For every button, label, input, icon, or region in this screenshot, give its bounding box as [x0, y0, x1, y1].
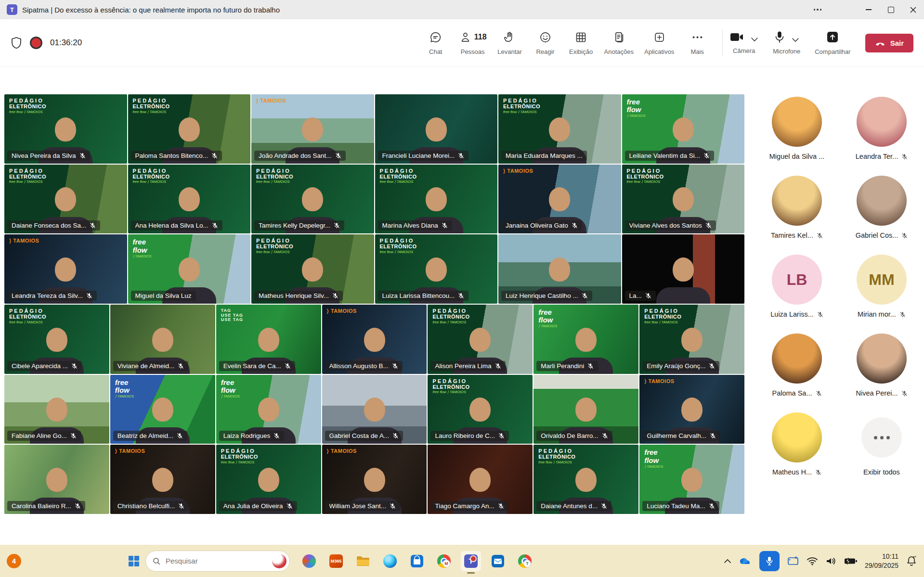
mic-off-icon: [572, 222, 578, 229]
close-button[interactable]: [902, 0, 924, 19]
sidebar-participant[interactable]: Matheus H...: [758, 412, 835, 476]
sidebar-participant[interactable]: MMMirian mor...: [843, 255, 920, 318]
raise-hand-button[interactable]: Levantar: [497, 31, 522, 55]
sidebar-participant[interactable]: Leandra Ter...: [843, 97, 920, 160]
people-button[interactable]: 118 Pessoas: [459, 31, 487, 55]
notes-button[interactable]: Anotações: [604, 31, 634, 55]
taskbar-app-edge[interactable]: [380, 551, 400, 571]
tray-chevron-up-icon[interactable]: [724, 559, 731, 564]
participant-tile[interactable]: ⟩ TAMOIOSChristiano Belculfi...: [110, 445, 215, 514]
participant-tile[interactable]: freeflow⟩ TAMOIOSLaiza Rodrigues: [216, 375, 321, 444]
participant-tile[interactable]: La...: [622, 234, 745, 304]
participant-name-label: Leiliane Valentim da Si...: [625, 151, 715, 161]
studio-effects-icon[interactable]: [787, 556, 799, 566]
taskbar-app-copilot[interactable]: [299, 551, 319, 571]
participant-tile[interactable]: PEDÁGIOELETRÔNICOfree flow ⟩ TAMOIOSAna …: [216, 445, 321, 514]
participant-tile[interactable]: Carolina Balieiro R...: [4, 445, 109, 514]
participant-tile[interactable]: PEDÁGIOELETRÔNICOfree flow ⟩ TAMOIOSPalo…: [128, 94, 251, 164]
view-button[interactable]: Exibição: [569, 31, 594, 55]
show-all-participants-button[interactable]: Exibir todos: [843, 412, 920, 476]
participant-tile[interactable]: freeflow⟩ TAMOIOSLeiliane Valentim da Si…: [622, 94, 745, 164]
participant-tile[interactable]: Fabiane Aline Go...: [4, 375, 109, 444]
search-highlight-image[interactable]: [272, 554, 286, 568]
maximize-button[interactable]: [880, 0, 902, 19]
participant-tile[interactable]: PEDÁGIOELETRÔNICOfree flow ⟩ TAMOIOSDaia…: [4, 165, 127, 234]
participant-tile[interactable]: Francieli Luciane Morei...: [375, 94, 498, 164]
taskbar-app-chrome[interactable]: M: [434, 551, 454, 571]
participant-tile[interactable]: freeflow⟩ TAMOIOSLuciano Tadeu Ma...: [639, 445, 744, 514]
participant-tile[interactable]: freeflow⟩ TAMOIOSMiguel da Silva Luz: [128, 234, 251, 304]
participant-tile[interactable]: PEDÁGIOELETRÔNICOfree flow ⟩ TAMOIOSLuiz…: [375, 234, 498, 304]
taskbar-search[interactable]: [145, 551, 290, 572]
apps-button[interactable]: Aplicativos: [644, 31, 674, 55]
sidebar-participant[interactable]: Tamires Kel...: [758, 176, 835, 239]
participant-tile[interactable]: PEDÁGIOELETRÔNICOfree flow ⟩ TAMOIOSEmil…: [639, 305, 744, 374]
mic-off-icon: [602, 433, 608, 439]
sidebar-participant[interactable]: Paloma Sa...: [758, 333, 835, 397]
participant-tile[interactable]: PEDÁGIOELETRÔNICOfree flow ⟩ TAMOIOSAna …: [128, 165, 251, 234]
taskbar-app-store[interactable]: [407, 551, 427, 571]
chat-button[interactable]: Chat: [423, 31, 448, 55]
participant-tile[interactable]: freeflow⟩ TAMOIOSMarli Perandini: [534, 305, 638, 374]
pedagio-eletronico-logo: PEDÁGIOELETRÔNICOfree flow ⟩ TAMOIOS: [380, 238, 417, 254]
participant-name-label: Alison Pereira Lima: [430, 361, 505, 371]
participant-tile[interactable]: ⟩ TAMOIOSLeandra Tereza da Silv...: [4, 234, 127, 304]
camera-button[interactable]: Câmera: [729, 31, 758, 54]
more-button[interactable]: Mais: [685, 31, 710, 55]
participant-tile[interactable]: Tiago Camargo An...: [428, 445, 533, 514]
participant-tile[interactable]: PEDÁGIOELETRÔNICOfree flow ⟩ TAMOIOSNive…: [4, 94, 127, 164]
participant-tile[interactable]: freeflow⟩ TAMOIOSBeatriz de Almeid...: [110, 375, 215, 444]
participant-tile[interactable]: Orivaldo De Barro...: [534, 375, 638, 444]
participant-tile[interactable]: PEDÁGIOELETRÔNICOfree flow ⟩ TAMOIOSAlis…: [428, 305, 533, 374]
react-button[interactable]: Reagir: [533, 31, 558, 55]
participant-tile[interactable]: ⟩ TAMOIOSJoão Andrade dos Sant...: [251, 94, 374, 164]
participant-tile[interactable]: PEDÁGIOELETRÔNICOfree flow ⟩ TAMOIOSMath…: [251, 234, 374, 304]
microsoft-store-icon: [410, 554, 424, 568]
taskbar-app-explorer[interactable]: [353, 551, 373, 571]
participant-tile[interactable]: ⟩ TAMOIOSGuilherme Carvalh...: [639, 375, 744, 444]
battery-icon[interactable]: [844, 557, 858, 565]
microphone-button[interactable]: Microfone: [773, 31, 800, 55]
participant-tile[interactable]: Viviane de Almeid...: [110, 305, 215, 374]
sidebar-participant[interactable]: Miguel da Silva ...: [758, 97, 835, 160]
sidebar-participant[interactable]: Gabriel Cos...: [843, 176, 920, 239]
participant-tile[interactable]: PEDÁGIOELETRÔNICOfree flow ⟩ TAMOIOSMari…: [498, 94, 621, 164]
outlook-icon: [491, 554, 505, 568]
participant-tile[interactable]: Luiz Henrique Castilho ...: [498, 234, 621, 304]
toolbar-divider: [722, 29, 723, 56]
titlebar-more-icon[interactable]: [807, 0, 829, 19]
participant-tile[interactable]: TAGUSE TAGUSE TAGEvelin Sara de Ca...: [216, 305, 321, 374]
participant-tile[interactable]: Gabriel Costa de A...: [322, 375, 427, 444]
mic-off-icon: [458, 153, 464, 159]
minimize-button[interactable]: [858, 0, 880, 19]
participant-tile[interactable]: PEDÁGIOELETRÔNICOfree flow ⟩ TAMOIOSMari…: [375, 165, 498, 234]
sidebar-participant[interactable]: LBLuiza Lariss...: [758, 255, 835, 318]
search-input[interactable]: [165, 556, 268, 565]
taskbar-app-chrome[interactable]: T: [515, 551, 535, 571]
start-button[interactable]: [129, 556, 139, 566]
onedrive-icon[interactable]: [739, 557, 752, 565]
sidebar-participant[interactable]: Nivea Perei...: [843, 333, 920, 397]
share-button[interactable]: Compartilhar: [815, 30, 850, 55]
wifi-icon[interactable]: [807, 557, 818, 565]
volume-icon[interactable]: [825, 556, 837, 566]
active-microphone-tray-button[interactable]: [759, 551, 780, 571]
notification-count-badge[interactable]: 4: [7, 554, 21, 568]
notifications-bell-icon[interactable]: zz: [906, 555, 917, 567]
taskbar-app-outlook[interactable]: [488, 551, 508, 571]
participant-tile[interactable]: ⟩ TAMOIOSWilliam Jose Sant...: [322, 445, 427, 514]
taskbar-app-m365[interactable]: M365: [326, 551, 346, 571]
participant-tile[interactable]: ⟩ TAMOIOSAllisson Augusto B...: [322, 305, 427, 374]
participant-name-label: Tamires Kelly Depelegr...: [254, 220, 344, 231]
leave-button[interactable]: Sair: [865, 34, 913, 52]
participant-tile[interactable]: PEDÁGIOELETRÔNICOfree flow ⟩ TAMOIOSLaur…: [428, 375, 533, 444]
participant-tile[interactable]: ⟩ TAMOIOSJanaina Oliveira Gato: [498, 165, 621, 234]
taskbar-app-teams[interactable]: T: [461, 551, 481, 571]
participant-tile[interactable]: PEDÁGIOELETRÔNICOfree flow ⟩ TAMOIOSDaia…: [534, 445, 638, 514]
participant-name-label: Guilherme Carvalh...: [642, 431, 720, 441]
participant-tile[interactable]: PEDÁGIOELETRÔNICOfree flow ⟩ TAMOIOSTami…: [251, 165, 374, 234]
windows-taskbar: 4 M365MTT 10:11 29/09/2025 zz: [0, 545, 924, 577]
taskbar-clock[interactable]: 10:11 29/09/2025: [865, 552, 898, 569]
participant-tile[interactable]: PEDÁGIOELETRÔNICOfree flow ⟩ TAMOIOSVivi…: [622, 165, 745, 234]
participant-tile[interactable]: PEDÁGIOELETRÔNICOfree flow ⟩ TAMOIOSCibe…: [4, 305, 109, 374]
